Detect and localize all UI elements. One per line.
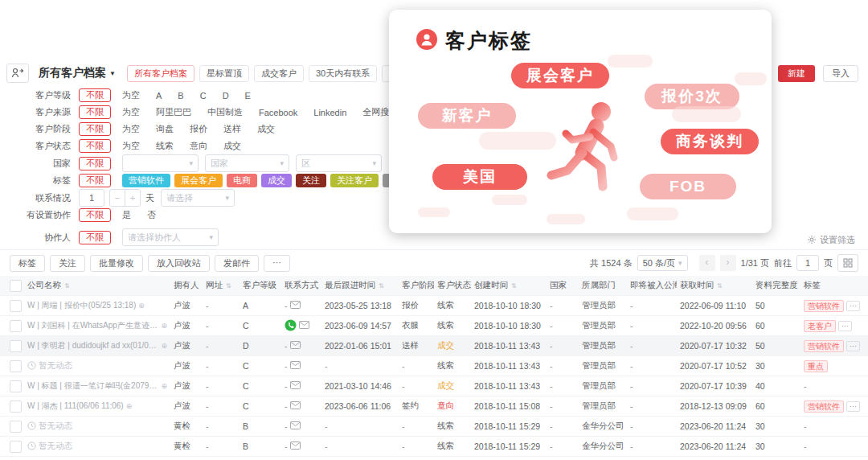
collaborator-select[interactable]: 请选择协作人▾ xyxy=(122,228,219,246)
row-checkbox[interactable] xyxy=(10,360,22,372)
filter-unlimited-chip[interactable]: 不限 xyxy=(79,174,111,187)
sort-icon[interactable]: ⇅ xyxy=(64,282,70,290)
tab-quick-filter-3[interactable]: 30天内有联系 xyxy=(309,65,377,82)
column-header-tag[interactable]: 标签 xyxy=(800,280,868,291)
filter-unlimited-chip[interactable]: 不限 xyxy=(79,88,111,102)
filter-unlimited-chip[interactable]: 不限 xyxy=(79,208,111,222)
country-select-0[interactable]: ▾ xyxy=(122,154,199,172)
column-settings-icon[interactable] xyxy=(837,254,858,272)
column-header-status[interactable]: 客户状态 xyxy=(434,280,471,291)
column-header-website[interactable]: 网址⇅ xyxy=(203,280,240,291)
filter-option[interactable]: 为空 xyxy=(122,89,140,101)
company-name-link[interactable]: W | 周端 | 报价中(05/25 13:18) xyxy=(27,300,136,311)
tab-quick-filter-0[interactable]: 所有客户档案 xyxy=(127,65,194,82)
column-header-contact[interactable]: 联系方式 xyxy=(281,280,321,291)
more-tags-button[interactable]: ··· xyxy=(846,301,860,311)
filter-option[interactable]: 送样 xyxy=(223,123,241,135)
more-tags-button[interactable]: ··· xyxy=(846,341,860,351)
tab-quick-filter-2[interactable]: 成交客户 xyxy=(254,65,304,82)
bulk-action-button-4[interactable]: 发邮件 xyxy=(215,255,259,272)
minus-button[interactable]: − xyxy=(110,190,125,206)
column-header-pool[interactable]: 即将被入公海⇅ xyxy=(627,280,677,291)
goto-page-input[interactable]: 1 xyxy=(796,255,819,271)
email-icon[interactable] xyxy=(290,401,301,411)
column-header-grade[interactable]: 客户等级 xyxy=(240,280,281,291)
expand-icon[interactable]: ⊕ xyxy=(161,382,167,390)
more-tags-button[interactable]: ··· xyxy=(846,401,860,412)
row-checkbox[interactable] xyxy=(10,441,22,453)
filter-option[interactable]: 中国制造 xyxy=(207,106,243,118)
column-header-acquired[interactable]: 获取时间⇅ xyxy=(677,280,752,291)
more-tags-button[interactable]: ··· xyxy=(838,321,852,331)
table-row[interactable]: 暂无动态黄检-B---线索2018-10-11 15:29-金华分公司-2023… xyxy=(0,457,868,460)
tab-quick-filter-1[interactable]: 星标置顶 xyxy=(199,65,249,82)
customer-tag-pill-2[interactable]: 新客户 xyxy=(418,103,516,129)
filter-option[interactable]: 是 xyxy=(122,209,131,221)
column-header-company[interactable]: 公司名称⇅ xyxy=(24,280,170,291)
filter-option[interactable]: E xyxy=(245,91,251,101)
bulk-action-button-2[interactable]: 批量修改 xyxy=(90,255,143,272)
table-row[interactable]: W | 湖杰 | 111(06/06 11:06)⊕卢波-C-2023-06-0… xyxy=(0,396,868,417)
row-checkbox[interactable] xyxy=(10,400,22,413)
customer-tag-pill-0[interactable]: 展会客户 xyxy=(511,63,609,88)
email-icon[interactable] xyxy=(290,421,301,431)
column-header-owner[interactable]: 拥有人 xyxy=(170,280,203,291)
email-icon[interactable] xyxy=(290,361,301,371)
table-row[interactable]: W | 李明君 | dudidoujkf ad xx(01/06 15:01)⊕… xyxy=(0,336,868,356)
email-icon[interactable] xyxy=(290,341,301,351)
filter-unlimited-chip[interactable]: 不限 xyxy=(79,105,111,119)
sort-icon[interactable]: ⇅ xyxy=(226,282,231,290)
column-header-dept[interactable]: 所属部门 xyxy=(579,280,627,291)
sort-icon[interactable]: ⇅ xyxy=(379,282,384,290)
row-checkbox[interactable] xyxy=(10,421,22,433)
view-switcher-icon[interactable] xyxy=(6,64,29,83)
page-size-select[interactable]: 50 条/页 ▾ xyxy=(637,255,688,271)
filter-option[interactable]: C xyxy=(200,91,207,101)
expand-icon[interactable]: ⊕ xyxy=(161,322,167,330)
filter-option[interactable]: 成交 xyxy=(223,140,241,152)
filter-unlimited-chip[interactable]: 不限 xyxy=(79,157,111,170)
company-name-link[interactable]: W | 李明君 | dudidoujkf ad xx(01/06 15:01) xyxy=(27,340,158,351)
column-header-country[interactable]: 国家 xyxy=(547,280,579,291)
whatsapp-icon[interactable] xyxy=(285,319,297,333)
sort-icon[interactable]: ⇅ xyxy=(511,282,517,290)
expand-icon[interactable]: ⊕ xyxy=(161,342,167,350)
bulk-action-button-0[interactable]: 标签 xyxy=(10,255,45,272)
import-button[interactable]: 导入 xyxy=(823,65,858,82)
filter-option[interactable]: 为空 xyxy=(122,140,140,152)
bulk-action-button-3[interactable]: 放入回收站 xyxy=(148,255,210,272)
column-header-created[interactable]: 创建时间⇅ xyxy=(471,280,547,291)
filter-option[interactable]: B xyxy=(178,91,183,101)
filter-option[interactable]: Facebook xyxy=(259,108,297,117)
customer-tag-pill-3[interactable]: 商务谈判 xyxy=(661,129,759,154)
filter-option[interactable]: 报价 xyxy=(190,123,207,135)
table-row[interactable]: 暂无动态黄检-B---线索2018-10-11 15:29-金华分公司-2023… xyxy=(0,417,868,437)
email-icon[interactable] xyxy=(290,381,301,391)
email-icon[interactable] xyxy=(290,301,301,310)
company-name-link[interactable]: W | 标题 | 很遗一笔订单吗(金20790... (03/10 14:46) xyxy=(27,380,158,392)
filter-option[interactable]: Linkedin xyxy=(313,108,346,117)
prev-page-button[interactable]: ‹ xyxy=(699,255,715,271)
bulk-action-button-1[interactable]: 关注 xyxy=(50,255,85,272)
table-row[interactable]: W | 周端 | 报价中(05/25 13:18)⊕卢波-A-2023-05-2… xyxy=(0,296,868,316)
filter-option[interactable]: 为空 xyxy=(122,123,140,135)
filter-option[interactable]: 成交 xyxy=(257,123,275,135)
filter-option[interactable]: 阿里巴巴 xyxy=(156,106,191,118)
customer-tag-pill-5[interactable]: FOB xyxy=(640,174,736,199)
column-header-last_follow[interactable]: 最后跟进时间⇅ xyxy=(321,280,399,291)
filter-unlimited-chip[interactable]: 不限 xyxy=(79,122,111,136)
next-page-button[interactable]: › xyxy=(720,255,736,271)
filter-unlimited-chip[interactable]: 不限 xyxy=(79,139,111,153)
table-row[interactable]: 暂无动态黄检-B---线索2018-10-11 15:29-金华分公司-2023… xyxy=(0,437,868,457)
contact-days-input[interactable]: 1 xyxy=(79,189,104,207)
column-header-stage[interactable]: 客户阶段 xyxy=(399,280,434,291)
filter-unlimited-chip[interactable]: 不限 xyxy=(79,231,111,244)
row-checkbox[interactable] xyxy=(10,300,22,312)
row-checkbox[interactable] xyxy=(10,380,22,392)
table-row[interactable]: W | 标题 | 很遗一笔订单吗(金20790... (03/10 14:46)… xyxy=(0,376,868,396)
column-header-completeness[interactable]: 资料完整度⇅ xyxy=(752,280,800,291)
settings-filter-link[interactable]: 设置筛选 xyxy=(807,234,855,246)
filter-tag-chip[interactable]: 电商 xyxy=(227,174,257,187)
table-row[interactable]: 暂无动态卢波-C---线索2018-10-11 13:43-管理员部-2020-… xyxy=(0,356,868,376)
filter-option[interactable]: 为空 xyxy=(122,106,140,118)
